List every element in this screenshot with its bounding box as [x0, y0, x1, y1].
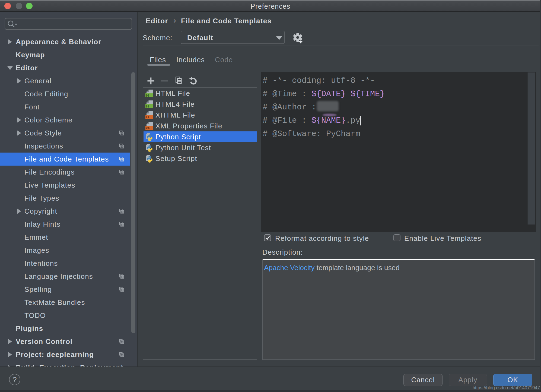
svg-text:H: H — [146, 104, 149, 108]
svg-text:H: H — [146, 93, 149, 97]
svg-text:<>: <> — [145, 126, 150, 130]
svg-text:H: H — [146, 115, 149, 119]
